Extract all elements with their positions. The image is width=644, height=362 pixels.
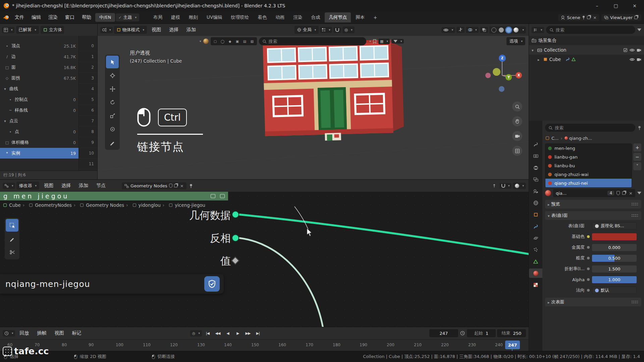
timeline-menu-view[interactable]: 视图	[51, 329, 67, 337]
proportional-edit-dropdown[interactable]: ◎	[342, 26, 355, 33]
decorator-dot[interactable]	[587, 246, 590, 249]
disable-render-camera-icon[interactable]	[637, 48, 641, 52]
workspace-tab-scripting[interactable]: 脚本	[352, 12, 369, 22]
node-group-shield-button[interactable]	[204, 276, 220, 292]
material-filter-icon[interactable]	[637, 192, 641, 194]
blender-logo-icon[interactable]	[3, 15, 9, 20]
workspace-tab-geometry-nodes[interactable]: 几何节点	[325, 12, 351, 22]
camera-view-button[interactable]	[512, 131, 522, 141]
gizmo-axis-x[interactable]: X	[516, 72, 522, 78]
node-editor-canvas[interactable]: g men jiegou Cube GeometryNodes Geometry…	[0, 192, 529, 327]
options-dropdown[interactable]: 选项	[506, 37, 525, 45]
mode-button-2[interactable]: ◯	[219, 38, 226, 44]
add-slot-button[interactable]	[633, 143, 641, 152]
gizmo-axis-minus-x[interactable]	[485, 73, 491, 78]
tab-object[interactable]	[529, 210, 542, 219]
jump-to-end-button[interactable]: ▶|	[254, 329, 262, 337]
expand-icon[interactable]	[532, 47, 535, 53]
menu-help[interactable]: 帮助	[78, 13, 95, 21]
shading-rendered-icon[interactable]	[514, 27, 519, 33]
snap-toggle[interactable]	[333, 27, 341, 33]
tool-select-box[interactable]	[106, 56, 119, 68]
bookmark-icon[interactable]	[373, 39, 376, 44]
breadcrumb-tree[interactable]: Geometry Nodes	[86, 202, 124, 208]
tab-tool[interactable]	[529, 139, 542, 149]
outliner-editor-type-button[interactable]	[532, 27, 544, 33]
socket-invert[interactable]	[232, 234, 239, 242]
properties-search-input[interactable]	[555, 125, 632, 130]
next-keyframe-button[interactable]: ▶▶	[244, 329, 252, 337]
base-color-swatch[interactable]	[592, 233, 637, 240]
geometry-node-editor[interactable]: 修改器 视图 选择 添加 节点 Geometry Nodes g men jie…	[0, 179, 529, 327]
workspace-tab-animation[interactable]: 动画	[271, 12, 288, 22]
node-group-header[interactable]: nqiang-men-jiegou	[0, 274, 224, 294]
node-snapping-dropdown[interactable]	[499, 183, 512, 189]
tool-move[interactable]	[106, 82, 119, 95]
workspace-tab-modeling[interactable]: 建模	[167, 12, 184, 22]
pin-id-icon[interactable]	[638, 126, 641, 130]
overlays-toggle[interactable]	[466, 27, 479, 33]
node-tool-annotate[interactable]	[6, 232, 18, 245]
timeline-menu-keying[interactable]: 插帧	[34, 329, 50, 337]
playhead-badge[interactable]: 247	[505, 341, 520, 349]
menu-edit[interactable]: 编辑	[28, 13, 44, 21]
panel-surface[interactable]: 表(曲)面	[545, 211, 641, 220]
overlay-filter-dropdown[interactable]	[392, 39, 404, 44]
material-user-count[interactable]: 4	[607, 191, 614, 195]
tab-texture[interactable]	[529, 280, 542, 290]
gizmo-axis-minus-z[interactable]	[499, 86, 504, 92]
workspace-tab-rendering[interactable]: 渲染	[289, 12, 306, 22]
node-partial-group[interactable]: g men jiegou	[0, 192, 228, 200]
hide-eye-icon[interactable]	[630, 58, 635, 61]
tab-modifiers[interactable]	[529, 222, 542, 231]
viewport-menu-select[interactable]: 选择	[166, 26, 182, 34]
breadcrumb-object[interactable]: Cube	[9, 202, 21, 208]
domain-row-corner[interactable]: 面拐67.5K	[0, 73, 78, 83]
tool-rotate[interactable]	[106, 96, 119, 109]
play-reverse-button[interactable]: ◀	[223, 329, 232, 337]
node-preview-icon[interactable]	[220, 194, 225, 198]
spreadsheet-editor-type-button[interactable]	[2, 27, 14, 33]
viewport-search[interactable]	[259, 37, 366, 45]
fake-user-icon[interactable]	[169, 184, 172, 188]
breadcrumb-modifier[interactable]: GeometryNodes	[35, 202, 72, 208]
material-slot[interactable]: lianbu-bu	[545, 161, 632, 170]
workspace-tab-compositing[interactable]: 合成	[307, 12, 324, 22]
node-tool-select-box[interactable]	[6, 219, 18, 232]
scene-selector[interactable]: Scene	[558, 14, 599, 21]
gizmos-toggle[interactable]	[457, 27, 465, 33]
node-menu-add[interactable]: 添加	[75, 182, 92, 190]
decorator-dot[interactable]	[587, 289, 590, 292]
outliner-row-scene-collection[interactable]: 场景集合	[529, 36, 644, 45]
node-overlays-dropdown[interactable]	[513, 183, 526, 189]
use-preview-range-icon[interactable]	[460, 331, 465, 336]
add-workspace-button[interactable]: +	[369, 13, 381, 22]
pinned-object[interactable]: 立方体	[41, 26, 64, 34]
node-menu-node[interactable]: 节点	[93, 182, 109, 190]
building-model[interactable]	[258, 37, 406, 141]
copy-node-tree-icon[interactable]	[174, 184, 177, 187]
navigation-gizmo[interactable]: Z Y X	[485, 52, 524, 98]
unlink-scene-icon[interactable]	[593, 15, 597, 20]
tab-render[interactable]	[529, 151, 542, 161]
unlink-material-icon[interactable]	[629, 191, 633, 196]
outliner-filter-icon[interactable]	[637, 28, 641, 31]
tab-scene[interactable]	[529, 186, 542, 196]
shading-wireframe-icon[interactable]	[491, 27, 496, 33]
new-scene-icon[interactable]	[587, 16, 590, 19]
minimize-button[interactable]: –	[588, 0, 606, 11]
pin-icon[interactable]	[582, 15, 585, 19]
current-frame-field[interactable]: 247	[429, 329, 458, 337]
jump-to-start-button[interactable]: |◀	[203, 329, 212, 337]
orthographic-toggle-button[interactable]	[512, 146, 522, 156]
viewport-menu-object[interactable]	[201, 29, 207, 31]
node-menu-view[interactable]: 视图	[41, 182, 57, 190]
menu-file[interactable]: 文件	[11, 13, 28, 21]
expand-icon[interactable]	[538, 57, 541, 62]
shading-sphere-icon[interactable]	[203, 39, 209, 44]
go-to-parent-tree-button[interactable]	[492, 183, 496, 188]
tab-world[interactable]	[529, 198, 542, 207]
material-slot-selected[interactable]: qiang-zhuzi-nei	[545, 179, 632, 187]
tool-scale[interactable]	[106, 109, 119, 122]
mode-button-3[interactable]: ◆	[227, 38, 233, 44]
